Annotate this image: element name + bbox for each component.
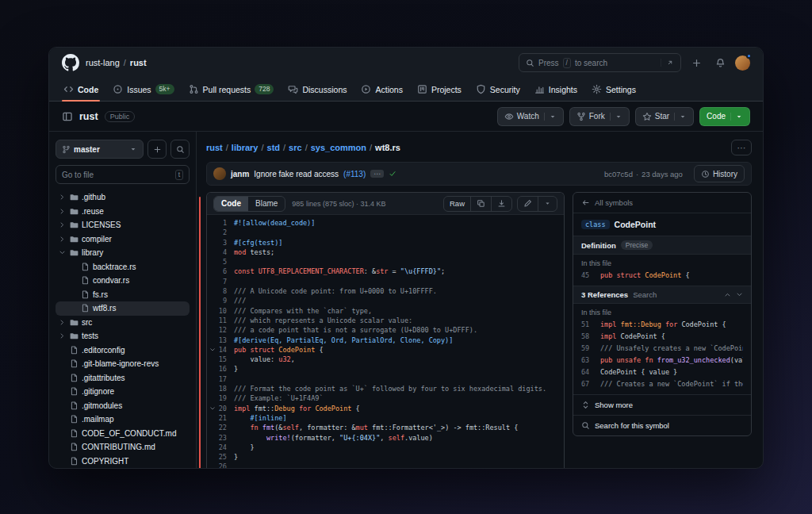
more-options-button[interactable]: ⋯ xyxy=(731,140,752,155)
line-number[interactable]: 22 xyxy=(207,423,234,432)
reference-line[interactable]: 51impl fmt::Debug for CodePoint { xyxy=(573,318,751,330)
tree-item-backtrace.rs[interactable]: backtrace.rs xyxy=(56,260,190,274)
references-tab[interactable]: 3 References xyxy=(581,290,628,299)
line-number[interactable]: 6 xyxy=(207,267,234,276)
tree-item-wtf8.rs[interactable]: wtf8.rs xyxy=(56,301,190,316)
branch-selector[interactable]: master xyxy=(56,140,144,159)
chevron-up-icon[interactable] xyxy=(724,291,731,298)
go-to-file-input[interactable]: Go to file t xyxy=(56,165,190,184)
line-number[interactable]: 9 xyxy=(207,296,234,305)
breadcrumb-link-rust[interactable]: rust xyxy=(206,143,223,152)
fold-chevron-icon[interactable] xyxy=(209,347,216,353)
tree-item-fs.rs[interactable]: fs.rs xyxy=(56,288,190,302)
tree-item-.git-blame-ignore-revs[interactable]: .git-blame-ignore-revs xyxy=(56,357,190,371)
tree-item-CONTRIBUTING.md[interactable]: CONTRIBUTING.md xyxy=(56,440,190,455)
copy-button[interactable] xyxy=(470,197,491,211)
tab-issues[interactable]: Issues5k+ xyxy=(106,78,180,101)
reference-line[interactable]: 67/// Creates a new `CodePoint` if the v… xyxy=(573,378,751,389)
create-new-icon[interactable] xyxy=(688,54,705,71)
tree-item-.gitattributes[interactable]: .gitattributes xyxy=(56,371,190,386)
line-number[interactable]: 20 xyxy=(207,404,234,413)
show-more-button[interactable]: Show more xyxy=(573,394,751,415)
reference-line[interactable]: 63pub unsafe fn from_u32_unchecked(value… xyxy=(573,354,751,366)
commit-message[interactable]: Ignore fake read access xyxy=(254,170,339,178)
history-button[interactable]: History xyxy=(694,165,745,182)
line-number[interactable]: 15 xyxy=(207,355,234,364)
line-number[interactable]: 21 xyxy=(207,413,234,423)
commit-sha[interactable]: bc07c5d xyxy=(604,170,633,178)
watch-button[interactable]: Watch xyxy=(497,107,564,126)
tab-discussions[interactable]: Discussions xyxy=(282,78,353,101)
line-number[interactable]: 10 xyxy=(207,306,234,316)
tree-item-src[interactable]: src xyxy=(56,316,190,330)
all-symbols-back[interactable]: All symbols xyxy=(573,193,751,213)
global-search-input[interactable]: Press / to search xyxy=(519,53,681,72)
breadcrumb-link-sys_common[interactable]: sys_common xyxy=(311,143,366,152)
user-avatar[interactable] xyxy=(735,56,750,71)
reference-line[interactable]: 64CodePoint { value } xyxy=(573,366,751,378)
tree-item-.github[interactable]: .github xyxy=(56,190,190,205)
breadcrumb-link-src[interactable]: src xyxy=(289,143,302,152)
line-number[interactable]: 11 xyxy=(207,316,234,325)
chevron-down-icon[interactable] xyxy=(736,291,743,298)
reference-line[interactable]: 59/// Unsafely creates a new `CodePoint`… xyxy=(573,342,751,354)
reference-line[interactable]: 58impl CodePoint { xyxy=(573,330,751,342)
tree-item-CODE_OF_CONDUCT.md[interactable]: CODE_OF_CONDUCT.md xyxy=(56,427,190,441)
edit-caret-button[interactable] xyxy=(538,197,557,211)
tree-item-LICENSES[interactable]: LICENSES xyxy=(56,218,190,232)
line-number[interactable]: 17 xyxy=(207,374,234,384)
line-number[interactable]: 12 xyxy=(207,325,234,335)
tab-insights[interactable]: Insights xyxy=(528,78,584,101)
fold-chevron-icon[interactable] xyxy=(209,405,216,412)
breadcrumb-link-library[interactable]: library xyxy=(232,143,259,152)
line-number[interactable]: 18 xyxy=(207,384,234,393)
tab-settings[interactable]: Settings xyxy=(585,78,642,101)
line-number[interactable]: 5 xyxy=(207,257,234,267)
tree-item-library[interactable]: library xyxy=(56,246,190,260)
definition-line[interactable]: 45pub struct CodePoint { xyxy=(573,269,751,281)
line-number[interactable]: 16 xyxy=(207,364,234,374)
search-repo-button[interactable] xyxy=(170,140,190,159)
tab-code-view[interactable]: Code xyxy=(214,197,248,211)
edit-button[interactable] xyxy=(518,197,538,211)
line-number[interactable]: 8 xyxy=(207,286,234,296)
tree-item-condvar.rs[interactable]: condvar.rs xyxy=(56,274,190,288)
tab-security[interactable]: Security xyxy=(469,78,527,101)
line-number[interactable]: 4 xyxy=(207,247,234,257)
github-logo-icon[interactable] xyxy=(62,54,79,71)
header-org-link[interactable]: rust-lang xyxy=(86,58,120,67)
commit-pr-link[interactable]: (#113) xyxy=(343,170,366,178)
tab-projects[interactable]: Projects xyxy=(411,78,468,101)
line-number[interactable]: 7 xyxy=(207,277,234,286)
line-number[interactable]: 1 xyxy=(207,218,234,228)
line-number[interactable]: 2 xyxy=(207,228,234,237)
tree-item-compiler[interactable]: compiler xyxy=(56,232,190,247)
tree-item-.gitmodules[interactable]: .gitmodules xyxy=(56,399,190,413)
tree-item-.editorconfig[interactable]: .editorconfig xyxy=(56,343,190,358)
check-icon[interactable] xyxy=(389,170,396,178)
line-number[interactable]: 24 xyxy=(207,443,234,452)
side-panel-icon[interactable] xyxy=(62,111,73,122)
notifications-bell-icon[interactable] xyxy=(711,54,729,71)
line-number[interactable]: 14 xyxy=(207,345,234,355)
tree-item-Cargo.lock[interactable]: Cargo.lock xyxy=(56,468,190,469)
tree-item-.gitignore[interactable]: .gitignore xyxy=(56,385,190,399)
commit-author[interactable]: janm xyxy=(231,170,249,178)
header-repo-link[interactable]: rust xyxy=(130,58,147,67)
line-number[interactable]: 25 xyxy=(207,452,234,462)
tree-item-.mailmap[interactable]: .mailmap xyxy=(56,412,190,427)
references-search-tab[interactable]: Search xyxy=(633,290,657,299)
star-button[interactable]: Star xyxy=(635,107,694,126)
line-number[interactable]: 26 xyxy=(207,462,234,469)
tab-blame-view[interactable]: Blame xyxy=(248,197,285,211)
tree-item-.reuse[interactable]: .reuse xyxy=(56,205,190,219)
breadcrumb-link-std[interactable]: std xyxy=(267,143,281,152)
tab-actions[interactable]: Actions xyxy=(354,78,408,101)
line-number[interactable]: 23 xyxy=(207,433,234,443)
tree-item-tests[interactable]: tests xyxy=(56,329,190,343)
tab-pull-requests[interactable]: Pull requests728 xyxy=(182,78,281,101)
new-file-button[interactable] xyxy=(147,140,167,159)
commit-author-avatar[interactable] xyxy=(213,167,226,180)
commit-description-toggle[interactable]: ⋯ xyxy=(370,170,384,178)
search-symbol-button[interactable]: Search for this symbol xyxy=(573,415,751,435)
